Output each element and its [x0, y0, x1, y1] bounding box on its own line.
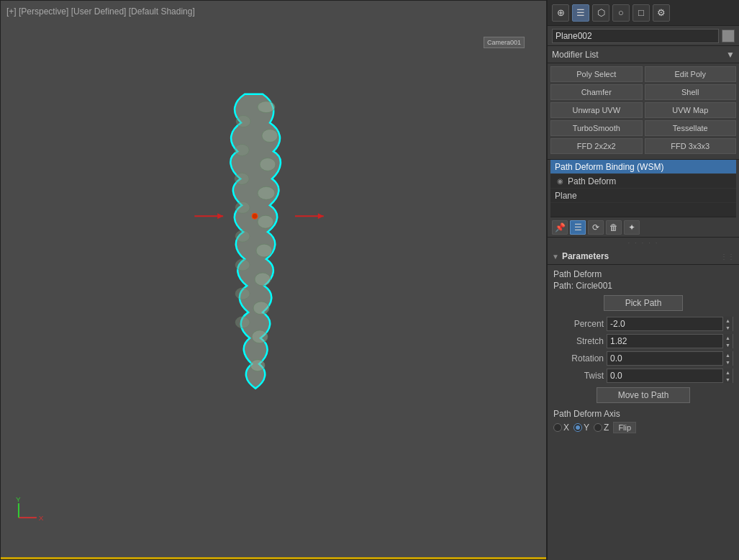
svg-point-2 — [260, 158, 276, 171]
right-panel: ⊕ ☰ ⬡ ○ □ ⚙ Modifier List ▼ Poly Select … — [547, 0, 739, 560]
display-icon[interactable]: □ — [633, 4, 650, 22]
stretch-spinner[interactable]: ▲ ▼ — [722, 334, 733, 348]
axis-z-radio[interactable]: Z — [594, 423, 609, 433]
utilities-icon[interactable]: ⚙ — [653, 4, 670, 22]
stretch-label: Stretch — [553, 336, 604, 346]
parameters-content: Path Deform Path: Circle001 Pick Path Pe… — [548, 265, 739, 438]
tessellate-button[interactable]: Tessellate — [645, 120, 737, 136]
svg-point-22 — [252, 213, 258, 219]
modifier-row-1: Poly Select Edit Poly — [550, 66, 736, 82]
svg-point-3 — [258, 186, 275, 199]
axis-x-label: X — [563, 423, 569, 433]
stretch-input[interactable] — [607, 335, 722, 348]
axis-x-radio[interactable]: X — [553, 423, 569, 433]
chamfer-button[interactable]: Chamfer — [550, 84, 643, 100]
parameters-section: ▼ Parameters ⋮⋮ Path Deform Path: Circle… — [548, 248, 739, 560]
modifier-row-2: Chamfer Shell — [550, 84, 736, 100]
twist-spin-up[interactable]: ▲ — [723, 369, 733, 376]
stack-item-plane[interactable]: Plane — [550, 189, 736, 203]
motion-icon[interactable]: ○ — [612, 4, 630, 22]
svg-point-9 — [250, 360, 265, 371]
modify-icon[interactable]: ☰ — [572, 4, 589, 22]
percent-label: Percent — [553, 319, 604, 329]
ffd-2x2x2-button[interactable]: FFD 2x2x2 — [550, 138, 643, 154]
axis-z-label: Z — [604, 423, 609, 433]
axis-y-radio[interactable]: Y — [573, 423, 589, 433]
stretch-input-wrap[interactable]: ▲ ▼ — [607, 334, 733, 348]
rotation-spin-down[interactable]: ▼ — [723, 358, 733, 366]
uvw-map-button[interactable]: UVW Map — [645, 102, 737, 118]
top-toolbar: ⊕ ☰ ⬡ ○ □ ⚙ — [548, 0, 739, 26]
viewport-canvas: X Y — [1, 1, 546, 559]
object-name-input[interactable] — [552, 29, 719, 43]
twist-input-wrap[interactable]: ▲ ▼ — [607, 369, 733, 383]
rotation-input[interactable] — [607, 352, 722, 365]
percent-row: Percent ▲ ▼ — [553, 317, 733, 331]
pin-stack-button[interactable]: 📌 — [552, 220, 568, 235]
viewport-selection-border — [1, 557, 546, 559]
move-to-path-button[interactable]: Move to Path — [597, 387, 690, 403]
twist-spin-down[interactable]: ▼ — [723, 376, 733, 383]
percent-input[interactable] — [607, 317, 722, 330]
axis-row: X Y Z Flip — [553, 422, 733, 433]
modifier-row-4: TurboSmooth Tessellate — [550, 120, 736, 136]
stretch-spin-up[interactable]: ▲ — [723, 334, 733, 341]
modifier-options-button[interactable]: ✦ — [624, 220, 640, 235]
stretch-spin-down[interactable]: ▼ — [723, 341, 733, 348]
rotation-spinner[interactable]: ▲ ▼ — [722, 351, 733, 366]
object-color-swatch[interactable] — [722, 30, 735, 42]
turbosmooth-button[interactable]: TurboSmooth — [550, 120, 643, 136]
pick-path-button[interactable]: Pick Path — [604, 295, 683, 311]
svg-point-7 — [253, 302, 269, 315]
modifier-row-3: Unwrap UVW UVW Map — [550, 102, 736, 118]
viewport[interactable]: [+] [Perspective] [User Defined] [Defaul… — [0, 0, 547, 560]
create-icon[interactable]: ⊕ — [552, 4, 569, 22]
svg-marker-19 — [217, 213, 223, 219]
poly-select-button[interactable]: Poly Select — [550, 66, 643, 82]
percent-spinner[interactable]: ▲ ▼ — [722, 317, 733, 331]
percent-spin-up[interactable]: ▲ — [723, 317, 733, 324]
stack-controls: 📌 ☰ ⟳ 🗑 ✦ — [548, 217, 739, 238]
axis-y-circle[interactable] — [573, 423, 582, 432]
twist-input[interactable] — [607, 369, 722, 382]
stack-item-label: Path Deform Binding (WSM) — [555, 162, 663, 172]
modifier-row-5: FFD 2x2x2 FFD 3x3x3 — [550, 138, 736, 154]
remove-modifier-button[interactable]: 🗑 — [606, 220, 622, 235]
parameters-collapse-arrow: ▼ — [552, 253, 559, 261]
percent-input-wrap[interactable]: ▲ ▼ — [607, 317, 733, 331]
make-unique-button[interactable]: ⟳ — [588, 220, 604, 235]
modifier-list-bar[interactable]: Modifier List ▼ — [548, 46, 739, 63]
axis-y-label: Y — [584, 423, 589, 433]
shell-button[interactable]: Shell — [645, 84, 737, 100]
twist-row: Twist ▲ ▼ — [553, 369, 733, 383]
rotation-input-wrap[interactable]: ▲ ▼ — [607, 351, 733, 366]
svg-point-13 — [235, 202, 250, 213]
ffd-3x3x3-button[interactable]: FFD 3x3x3 — [645, 138, 737, 154]
hierarchy-icon[interactable]: ⬡ — [592, 4, 609, 22]
svg-point-16 — [235, 288, 250, 299]
modifier-list-dropdown-icon: ▼ — [726, 50, 735, 60]
unwrap-uvw-button[interactable]: Unwrap UVW — [550, 102, 643, 118]
edit-poly-button[interactable]: Edit Poly — [645, 66, 737, 82]
configure-modifier-button[interactable]: ☰ — [570, 220, 586, 235]
svg-point-12 — [235, 173, 249, 184]
stretch-row: Stretch ▲ ▼ — [553, 334, 733, 348]
flip-button[interactable]: Flip — [613, 422, 636, 433]
percent-spin-down[interactable]: ▼ — [723, 324, 733, 331]
svg-point-1 — [262, 130, 278, 143]
modifier-stack: Path Deform Binding (WSM) ◉ Path Deform … — [550, 160, 736, 217]
rotation-spin-up[interactable]: ▲ — [723, 351, 733, 358]
svg-point-6 — [255, 273, 271, 286]
twist-spinner[interactable]: ▲ ▼ — [722, 369, 733, 383]
svg-point-14 — [235, 230, 250, 242]
parameters-header[interactable]: ▼ Parameters ⋮⋮ — [548, 248, 739, 265]
axis-x-circle[interactable] — [553, 423, 562, 432]
axis-z-circle[interactable] — [594, 423, 602, 432]
stack-item-path-deform[interactable]: ◉ Path Deform — [550, 174, 736, 189]
twist-label: Twist — [553, 371, 604, 381]
drag-handle[interactable]: · · · · · — [548, 238, 739, 248]
stack-item-label: Plane — [555, 191, 577, 201]
svg-point-10 — [236, 116, 250, 127]
svg-point-11 — [235, 144, 249, 155]
stack-item-path-deform-binding[interactable]: Path Deform Binding (WSM) — [550, 160, 736, 174]
